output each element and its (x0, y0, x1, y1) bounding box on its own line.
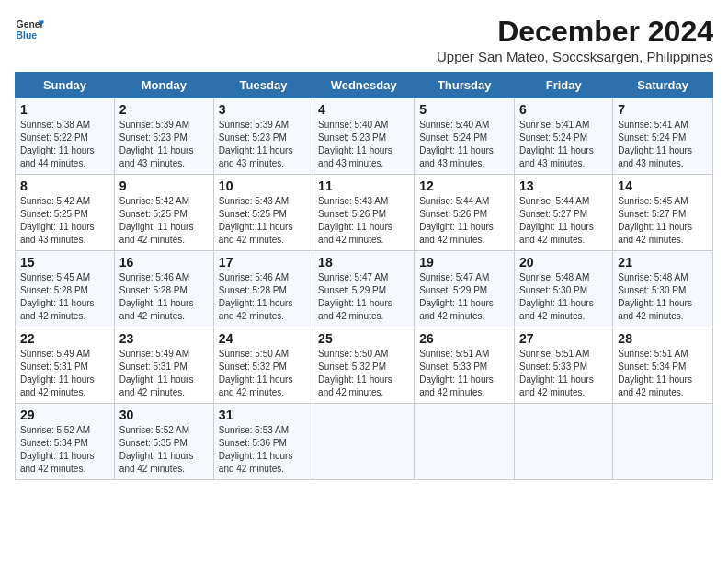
day-info: Sunrise: 5:40 AMSunset: 5:24 PMDaylight:… (419, 119, 509, 170)
calendar-cell: 19Sunrise: 5:47 AMSunset: 5:29 PMDayligh… (415, 251, 515, 327)
calendar-cell: 20Sunrise: 5:48 AMSunset: 5:30 PMDayligh… (515, 251, 613, 327)
day-info: Sunrise: 5:42 AMSunset: 5:25 PMDaylight:… (119, 195, 209, 247)
calendar-cell: 28Sunrise: 5:51 AMSunset: 5:34 PMDayligh… (613, 327, 713, 404)
day-number: 14 (618, 178, 708, 193)
calendar-cell: 24Sunrise: 5:50 AMSunset: 5:32 PMDayligh… (213, 327, 313, 404)
day-info: Sunrise: 5:52 AMSunset: 5:35 PMDaylight:… (119, 424, 209, 476)
calendar-row: 29Sunrise: 5:52 AMSunset: 5:34 PMDayligh… (16, 404, 713, 480)
day-number: 17 (219, 255, 308, 270)
day-info: Sunrise: 5:39 AMSunset: 5:23 PMDaylight:… (119, 119, 209, 170)
calendar-cell: 25Sunrise: 5:50 AMSunset: 5:32 PMDayligh… (313, 327, 415, 404)
day-number: 10 (219, 178, 308, 193)
day-number: 26 (419, 331, 509, 346)
calendar-cell: 23Sunrise: 5:49 AMSunset: 5:31 PMDayligh… (114, 327, 213, 404)
calendar-table: SundayMondayTuesdayWednesdayThursdayFrid… (15, 72, 713, 480)
calendar-cell: 9Sunrise: 5:42 AMSunset: 5:25 PMDaylight… (114, 175, 213, 251)
calendar-dow-header: Saturday (613, 73, 713, 98)
calendar-cell: 17Sunrise: 5:46 AMSunset: 5:28 PMDayligh… (213, 251, 313, 327)
day-number: 3 (219, 102, 308, 117)
calendar-cell: 14Sunrise: 5:45 AMSunset: 5:27 PMDayligh… (613, 175, 713, 251)
calendar-cell: 11Sunrise: 5:43 AMSunset: 5:26 PMDayligh… (313, 175, 415, 251)
calendar-cell: 13Sunrise: 5:44 AMSunset: 5:27 PMDayligh… (515, 175, 613, 251)
calendar-cell: 18Sunrise: 5:47 AMSunset: 5:29 PMDayligh… (313, 251, 415, 327)
day-number: 8 (20, 178, 109, 193)
calendar-cell: 29Sunrise: 5:52 AMSunset: 5:34 PMDayligh… (16, 404, 115, 480)
calendar-cell (313, 404, 415, 480)
calendar-cell: 27Sunrise: 5:51 AMSunset: 5:33 PMDayligh… (515, 327, 613, 404)
day-number: 4 (318, 102, 409, 117)
calendar-cell: 3Sunrise: 5:39 AMSunset: 5:23 PMDaylight… (213, 98, 313, 175)
title-area: December 2024 Upper San Mateo, Soccsksar… (437, 15, 713, 64)
calendar-cell: 4Sunrise: 5:40 AMSunset: 5:23 PMDaylight… (313, 98, 415, 175)
day-info: Sunrise: 5:42 AMSunset: 5:25 PMDaylight:… (20, 195, 109, 247)
calendar-dow-header: Tuesday (213, 73, 313, 98)
calendar-cell: 5Sunrise: 5:40 AMSunset: 5:24 PMDaylight… (415, 98, 515, 175)
day-number: 20 (519, 255, 608, 270)
page-title: December 2024 (437, 15, 713, 49)
day-info: Sunrise: 5:44 AMSunset: 5:27 PMDaylight:… (519, 195, 608, 247)
day-info: Sunrise: 5:45 AMSunset: 5:27 PMDaylight:… (618, 195, 708, 247)
day-number: 9 (119, 178, 209, 193)
calendar-cell: 7Sunrise: 5:41 AMSunset: 5:24 PMDaylight… (613, 98, 713, 175)
svg-text:Blue: Blue (17, 30, 38, 40)
calendar-dow-header: Monday (114, 73, 213, 98)
logo: General Blue (15, 15, 44, 44)
day-info: Sunrise: 5:48 AMSunset: 5:30 PMDaylight:… (519, 271, 608, 323)
day-number: 24 (219, 331, 308, 346)
day-number: 29 (20, 408, 109, 422)
day-info: Sunrise: 5:49 AMSunset: 5:31 PMDaylight:… (119, 348, 209, 399)
day-number: 7 (618, 102, 708, 117)
calendar-dow-header: Sunday (16, 73, 115, 98)
calendar-row: 8Sunrise: 5:42 AMSunset: 5:25 PMDaylight… (16, 175, 713, 251)
calendar-cell: 10Sunrise: 5:43 AMSunset: 5:25 PMDayligh… (213, 175, 313, 251)
day-info: Sunrise: 5:46 AMSunset: 5:28 PMDaylight:… (219, 271, 308, 323)
day-info: Sunrise: 5:48 AMSunset: 5:30 PMDaylight:… (618, 271, 708, 323)
day-info: Sunrise: 5:49 AMSunset: 5:31 PMDaylight:… (20, 348, 109, 399)
day-info: Sunrise: 5:52 AMSunset: 5:34 PMDaylight:… (20, 424, 109, 476)
calendar-row: 1Sunrise: 5:38 AMSunset: 5:22 PMDaylight… (16, 98, 713, 175)
page-subtitle: Upper San Mateo, Soccsksargen, Philippin… (437, 49, 713, 64)
day-info: Sunrise: 5:51 AMSunset: 5:33 PMDaylight:… (419, 348, 509, 399)
day-number: 19 (419, 255, 509, 270)
calendar-row: 15Sunrise: 5:45 AMSunset: 5:28 PMDayligh… (16, 251, 713, 327)
day-info: Sunrise: 5:47 AMSunset: 5:29 PMDaylight:… (419, 271, 509, 323)
day-number: 16 (119, 255, 209, 270)
day-info: Sunrise: 5:51 AMSunset: 5:34 PMDaylight:… (618, 348, 708, 399)
calendar-cell: 30Sunrise: 5:52 AMSunset: 5:35 PMDayligh… (114, 404, 213, 480)
day-number: 23 (119, 331, 209, 346)
day-number: 2 (119, 102, 209, 117)
day-number: 18 (318, 255, 409, 270)
day-number: 21 (618, 255, 708, 270)
day-number: 31 (219, 408, 308, 422)
calendar-cell: 6Sunrise: 5:41 AMSunset: 5:24 PMDaylight… (515, 98, 613, 175)
calendar-cell: 21Sunrise: 5:48 AMSunset: 5:30 PMDayligh… (613, 251, 713, 327)
calendar-cell: 26Sunrise: 5:51 AMSunset: 5:33 PMDayligh… (415, 327, 515, 404)
logo-icon: General Blue (15, 15, 44, 44)
calendar-cell: 8Sunrise: 5:42 AMSunset: 5:25 PMDaylight… (16, 175, 115, 251)
day-info: Sunrise: 5:50 AMSunset: 5:32 PMDaylight:… (318, 348, 409, 399)
calendar-cell: 12Sunrise: 5:44 AMSunset: 5:26 PMDayligh… (415, 175, 515, 251)
day-info: Sunrise: 5:38 AMSunset: 5:22 PMDaylight:… (20, 119, 109, 170)
day-info: Sunrise: 5:47 AMSunset: 5:29 PMDaylight:… (318, 271, 409, 323)
day-number: 13 (519, 178, 608, 193)
day-info: Sunrise: 5:41 AMSunset: 5:24 PMDaylight:… (618, 119, 708, 170)
calendar-row: 22Sunrise: 5:49 AMSunset: 5:31 PMDayligh… (16, 327, 713, 404)
day-number: 25 (318, 331, 409, 346)
day-number: 1 (20, 102, 109, 117)
day-info: Sunrise: 5:51 AMSunset: 5:33 PMDaylight:… (519, 348, 608, 399)
calendar-cell: 15Sunrise: 5:45 AMSunset: 5:28 PMDayligh… (16, 251, 115, 327)
calendar-header-row: SundayMondayTuesdayWednesdayThursdayFrid… (16, 73, 713, 98)
day-number: 27 (519, 331, 608, 346)
day-info: Sunrise: 5:45 AMSunset: 5:28 PMDaylight:… (20, 271, 109, 323)
calendar-cell: 1Sunrise: 5:38 AMSunset: 5:22 PMDaylight… (16, 98, 115, 175)
day-info: Sunrise: 5:40 AMSunset: 5:23 PMDaylight:… (318, 119, 409, 170)
calendar-cell (613, 404, 713, 480)
calendar-cell: 16Sunrise: 5:46 AMSunset: 5:28 PMDayligh… (114, 251, 213, 327)
day-info: Sunrise: 5:53 AMSunset: 5:36 PMDaylight:… (219, 424, 308, 476)
day-info: Sunrise: 5:41 AMSunset: 5:24 PMDaylight:… (519, 119, 608, 170)
calendar-dow-header: Friday (515, 73, 613, 98)
day-info: Sunrise: 5:43 AMSunset: 5:26 PMDaylight:… (318, 195, 409, 247)
day-number: 30 (119, 408, 209, 422)
day-info: Sunrise: 5:44 AMSunset: 5:26 PMDaylight:… (419, 195, 509, 247)
day-info: Sunrise: 5:50 AMSunset: 5:32 PMDaylight:… (219, 348, 308, 399)
